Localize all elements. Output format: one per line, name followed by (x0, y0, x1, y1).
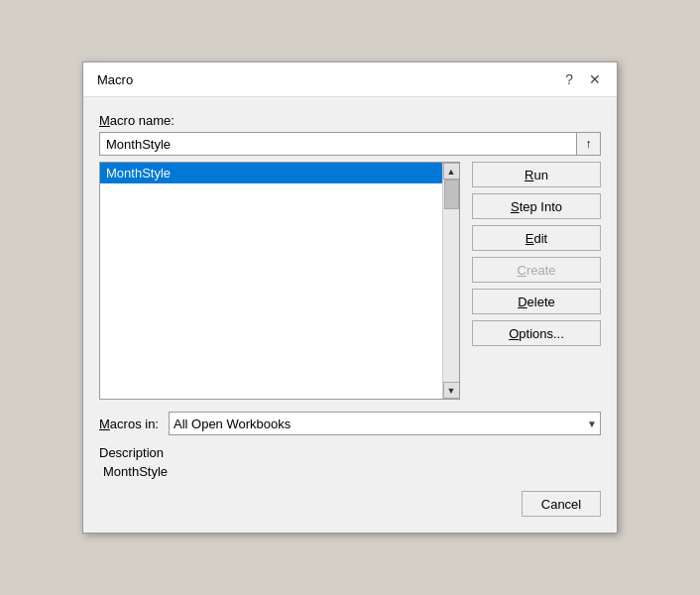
cancel-button[interactable]: Cancel (522, 491, 601, 517)
buttons-column: Run Step Into Edit Create Delete Options… (472, 162, 601, 400)
scroll-up-arrow[interactable]: ▲ (443, 163, 460, 179)
step-into-button[interactable]: Step Into (472, 193, 601, 219)
macros-in-select-wrapper: All Open Workbooks This Workbook ▼ (169, 412, 601, 435)
main-area: MonthStyle ▲ ▼ Run Step Into Edit (99, 162, 601, 400)
edit-button[interactable]: Edit (472, 225, 601, 251)
macro-input-row: ↑ (99, 132, 601, 156)
scroll-track[interactable] (443, 179, 459, 382)
list-item[interactable]: MonthStyle (100, 163, 459, 183)
scroll-thumb[interactable] (444, 179, 459, 209)
macro-name-field: Macro name: ↑ (99, 113, 601, 156)
upload-button[interactable]: ↑ (577, 132, 601, 156)
close-button[interactable]: ✕ (585, 70, 605, 88)
dialog-title: Macro (97, 72, 133, 87)
vertical-scrollbar[interactable]: ▲ ▼ (442, 163, 459, 399)
title-bar: Macro ? ✕ (83, 62, 617, 97)
delete-button[interactable]: Delete (472, 289, 601, 314)
dialog-overlay: Macro ? ✕ Macro name: ↑ (0, 0, 700, 595)
macro-dialog: Macro ? ✕ Macro name: ↑ (82, 61, 618, 534)
description-label: Description (99, 445, 601, 460)
create-button[interactable]: Create (472, 257, 601, 283)
scroll-down-arrow[interactable]: ▼ (443, 382, 460, 399)
macros-in-row: Macros in: All Open Workbooks This Workb… (99, 412, 601, 435)
macro-name-label: Macro name: (99, 113, 601, 128)
description-text: MonthStyle (99, 464, 601, 479)
dialog-body: Macro name: ↑ MonthStyle ▲ (83, 97, 617, 533)
bottom-area: Macros in: All Open Workbooks This Workb… (99, 412, 601, 479)
macro-name-input[interactable] (99, 132, 577, 156)
macros-in-select[interactable]: All Open Workbooks This Workbook (169, 412, 601, 435)
run-button[interactable]: Run (472, 162, 601, 187)
macros-in-label: Macros in: (99, 416, 159, 431)
options-button[interactable]: Options... (472, 320, 601, 346)
cancel-row: Cancel (99, 491, 601, 517)
help-button[interactable]: ? (561, 70, 577, 88)
title-bar-controls: ? ✕ (561, 70, 605, 88)
macro-list-container: MonthStyle ▲ ▼ (99, 162, 460, 400)
macro-list[interactable]: MonthStyle (100, 163, 459, 399)
